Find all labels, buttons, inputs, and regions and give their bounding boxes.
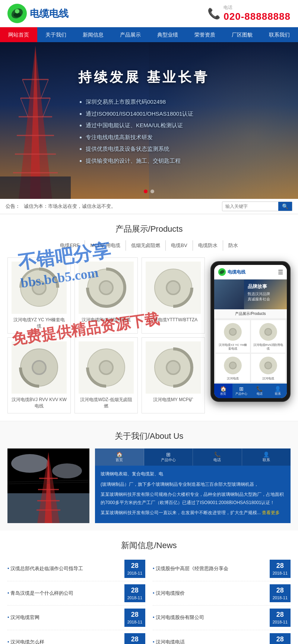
news-section: 新闻信息/News • 汉缆总部代表赴临淄作公司指导工 28 2018-11 •… (0, 531, 298, 644)
about-nav-home[interactable]: 🏠首页 (95, 448, 144, 466)
about-more[interactable]: 查看更多 (262, 510, 280, 515)
news-date-left-1: 28 2018-11 (124, 584, 145, 603)
news-title-left-2[interactable]: • 汉河电缆官网 (7, 614, 121, 621)
news-date-left-0: 28 2018-11 (124, 560, 145, 578)
news-item-left-2: • 汉河电缆官网 28 2018-11 (7, 606, 145, 630)
svg-marker-5 (19, 46, 52, 199)
banner-item-2: 通过中国电能认证、KEMA/UL检测认证 (86, 119, 283, 131)
product-grid: 汉河电缆YZ YC YH橡套电缆 汉河电缆RVS消防用电缆 (7, 257, 205, 413)
news-date-right-3: 28 2018-11 (270, 633, 291, 644)
product-card-0[interactable]: 汉河电缆YZ YC YH橡套电缆 (7, 257, 71, 334)
news-date-right-1: 28 2018-11 (270, 584, 291, 603)
about-image (7, 448, 89, 523)
svg-point-28 (167, 361, 180, 374)
banner-dot-2[interactable] (150, 190, 154, 193)
news-date-right-2: 28 2018-11 (270, 609, 291, 627)
logo-icon (7, 4, 27, 23)
product-tab-3[interactable]: 电缆BV (166, 240, 193, 251)
phone-nav-contact[interactable]: 👤 联系 (269, 384, 287, 398)
svg-point-20 (99, 281, 113, 294)
product-tab-4[interactable]: 电缆防水 (193, 240, 223, 251)
about-nav-phone[interactable]: 📞电话 (193, 448, 242, 466)
nav-item-honor[interactable]: 荣誉资质 (186, 27, 224, 42)
banner-dots (144, 190, 154, 193)
svg-point-38 (265, 362, 272, 369)
nav-item-typical[interactable]: 典型业绩 (149, 27, 186, 42)
about-nav-contact[interactable]: 👤联系 (242, 448, 291, 466)
logo[interactable]: 电缆电线 (7, 4, 69, 23)
product-tab-0[interactable]: 电缆ERF (55, 240, 85, 251)
banner-item-5: 提供输变电的设计、施工、交钥匙工程 (86, 155, 283, 167)
search-button[interactable]: 🔍 (278, 202, 292, 211)
news-title-left-3[interactable]: • 汉河电缆怎么样 (7, 639, 121, 644)
about-nav-products[interactable]: ⊞产品中心 (144, 448, 193, 466)
product-card-3[interactable]: 汉河电缆BVJ RVV KVV KW电线 (7, 337, 71, 413)
product-tab-2[interactable]: 低烟无卤阻燃 (126, 240, 166, 251)
product-card-2[interactable]: 汉河电缆YTTTW/BTTZA (142, 257, 205, 334)
svg-point-34 (265, 328, 272, 335)
product-name-0: 汉河电缆YZ YC YH橡套电缆 (12, 317, 67, 329)
product-tab-5[interactable]: 防水 (223, 240, 243, 251)
news-title-left-0[interactable]: • 汉缆总部代表赴临淄作公司指导工 (7, 565, 121, 572)
banner-list: 深圳交易所上市股票代码002498 通过ISO9001/ISO14001/OHS… (78, 96, 283, 166)
phone-product-0[interactable]: 汉河电缆YZ YC YH橡套电缆 (216, 320, 250, 353)
product-card-1[interactable]: 汉河电缆RVS消防用电缆 (74, 257, 138, 334)
news-title-right-1[interactable]: • 汉河电缆报价 (153, 590, 266, 597)
phone-product-name-1: 汉河电缆RVS消防用电缆 (253, 343, 284, 351)
products-title: 产品展示/Products (7, 223, 291, 235)
news-title: 新闻信息/News (7, 540, 291, 551)
tower-graphic (0, 42, 71, 199)
svg-line-15 (43, 98, 50, 117)
news-col-left: • 汉缆总部代表赴临淄作公司指导工 28 2018-11 • 青岛汉缆是一个什么… (7, 557, 145, 644)
phone-product-2[interactable]: 汉河电缆 (216, 354, 250, 382)
about-content: 🏠首页 ⊞产品中心 📞电话 👤联系 玻璃钢电表箱、复合电缆架、电 (玻璃钢制品）… (95, 448, 291, 523)
svg-point-42 (11, 454, 48, 473)
news-item-right-2: • 汉河电缆股份有限公司 28 2018-11 (153, 606, 291, 630)
phone-icon: 📞 (207, 7, 221, 20)
news-item-left-3: • 汉河电缆怎么样 28 2018-11 (7, 630, 145, 644)
svg-point-22 (167, 281, 180, 294)
phone-menu-icon[interactable]: ☰ (278, 269, 283, 276)
nav-item-products[interactable]: 产品展示 (112, 27, 149, 42)
notice-text: 诚信为本：市场永远在变，诚信永远不变。 (24, 203, 218, 210)
svg-line-13 (41, 79, 48, 98)
svg-point-32 (229, 328, 236, 335)
phone-logo: 电缆电线 (228, 269, 245, 275)
svg-line-14 (20, 98, 28, 117)
nav-item-contact[interactable]: 联系我们 (261, 27, 298, 42)
banner-dot-1[interactable] (144, 190, 148, 193)
product-card-5[interactable]: 汉河电缆MY MCP矿 (142, 337, 205, 413)
phone-nav-home[interactable]: 🏠 首页 (214, 384, 232, 398)
nav-item-about[interactable]: 关于我们 (37, 27, 74, 42)
product-name-2: 汉河电缆YTTTW/BTTZA (146, 317, 201, 323)
product-card-4[interactable]: 汉河电缆WDZ-低烟无卤阻燃 (74, 337, 138, 413)
nav-item-news[interactable]: 新闻信息 (74, 27, 112, 42)
banner: 持续发展 基业长青 深圳交易所上市股票代码002498 通过ISO9001/IS… (0, 42, 298, 199)
banner-content: 持续发展 基业长青 深圳交易所上市股票代码002498 通过ISO9001/IS… (63, 53, 298, 181)
svg-line-12 (22, 79, 30, 98)
phone-product-name-0: 汉河电缆YZ YC YH橡套电缆 (217, 343, 248, 351)
news-item-left-1: • 青岛汉缆是一个什么样的公司 28 2018-11 (7, 581, 145, 606)
nav-item-home[interactable]: 网站首页 (0, 27, 37, 42)
phone-number: 020-88888888 (224, 11, 291, 22)
main-nav: 网站首页 关于我们 新闻信息 产品展示 典型业绩 荣誉资质 厂区图貌 联系我们 (0, 27, 298, 42)
news-col-right: • 汉缆股份中高层《经营思路分享会 28 2018-11 • 汉河电缆报价 28… (153, 557, 291, 644)
product-tab-1[interactable]: MCP矿用电缆 (85, 240, 126, 251)
news-title-left-1[interactable]: • 青岛汉缆是一个什么样的公司 (7, 590, 121, 597)
phone-nav-products[interactable]: ⊞ 产品中心 (232, 384, 251, 398)
notice-label: 公告： (6, 203, 20, 210)
banner-item-1: 通过ISO9001/ISO14001/OHSAS18001认证 (86, 108, 283, 120)
nav-item-factory[interactable]: 厂区图貌 (224, 27, 261, 42)
search-input[interactable] (222, 202, 278, 210)
news-date-left-3: 28 2018-11 (124, 633, 145, 644)
news-title-right-0[interactable]: • 汉缆股份中高层《经营思路分享会 (153, 565, 266, 572)
svg-point-43 (52, 463, 82, 478)
news-item-left-0: • 汉缆总部代表赴临淄作公司指导工 28 2018-11 (7, 557, 145, 581)
news-title-right-2[interactable]: • 汉河电缆股份有限公司 (153, 614, 266, 621)
phone-nav-phone[interactable]: 📞 电话 (251, 384, 269, 398)
phone-product-3[interactable]: 汉河电缆 (251, 354, 285, 382)
banner-title: 持续发展 基业长青 (78, 68, 283, 87)
about-section: 关于我们/About Us (0, 421, 298, 531)
news-title-right-3[interactable]: • 汉河电缆电话 (153, 639, 266, 644)
phone-product-1[interactable]: 汉河电缆RVS消防用电缆 (251, 320, 285, 353)
